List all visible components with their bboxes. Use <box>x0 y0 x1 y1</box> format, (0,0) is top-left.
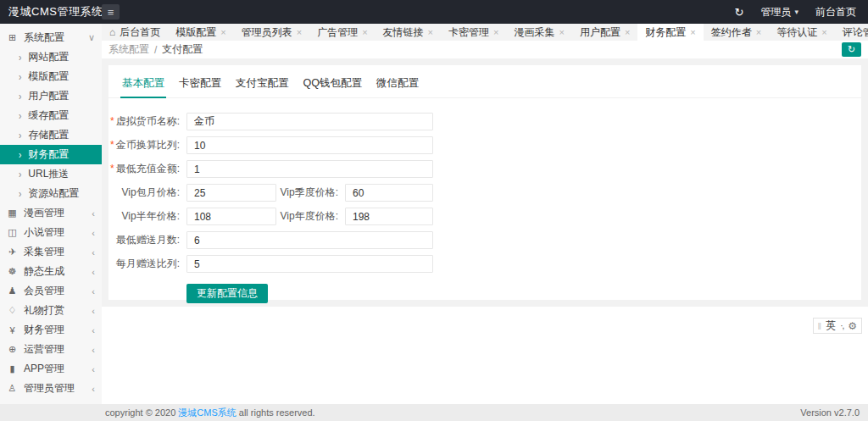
chevron-left-icon: ‹ <box>92 384 95 394</box>
field-label: Vip季度价格: <box>276 186 345 200</box>
tab-alipay-config[interactable]: 支付宝配置 <box>234 73 291 97</box>
copyright-text: copyright © 2020漫城CMS系统all rights reserv… <box>105 407 315 419</box>
sidebar-item-resource-site-config[interactable]: › 资源站配置 <box>0 184 102 203</box>
book-icon: ◫ <box>7 227 18 238</box>
sidebar-item-user-config[interactable]: › 用户配置 <box>0 86 102 106</box>
sidebar-item-site-config[interactable]: › 网站配置 <box>0 47 102 67</box>
sidebar-item-url-push[interactable]: › URL推送 <box>0 164 102 184</box>
tab-wechat-config[interactable]: 微信配置 <box>375 73 420 97</box>
refresh-icon: ↻ <box>848 43 855 56</box>
cms-link[interactable]: 漫城CMS系统 <box>178 407 236 418</box>
chevron-right-icon: › <box>19 110 21 121</box>
sidebar-item-storage-config[interactable]: › 存储配置 <box>0 125 102 145</box>
required-asterisk: * <box>110 139 114 151</box>
close-icon[interactable]: × <box>362 27 367 37</box>
close-icon[interactable]: × <box>428 27 433 37</box>
required-asterisk: * <box>110 115 114 127</box>
tab-pending-auth[interactable]: 等待认证 × <box>769 24 834 41</box>
close-icon[interactable]: × <box>625 27 630 37</box>
form-row: 每月赠送比列: <box>108 255 861 273</box>
close-icon[interactable]: × <box>821 27 826 37</box>
ime-toolbar[interactable]: ‖ 英 ·, ⚙ <box>813 318 862 334</box>
monthly-gift-rate-input[interactable] <box>186 255 433 273</box>
update-config-button[interactable]: 更新配置信息 <box>186 284 268 303</box>
app-window: 漫城CMS管理系统 ≡ ↻ 管理员 ▾ 前台首页 ⊞ 系统配置 ∨ › 网站配置 <box>0 0 868 421</box>
tab-ad-manage[interactable]: 广告管理 × <box>309 24 375 41</box>
person-icon: ♟ <box>7 285 18 296</box>
content-background: 基本配置 卡密配置 支付宝配置 QQ钱包配置 微信配置 *虚拟货币名称: *金币… <box>102 59 868 307</box>
form-row: *虚拟货币名称: <box>108 113 861 130</box>
tab-card-key-manage[interactable]: 卡密管理 × <box>441 24 506 41</box>
tab-user-config[interactable]: 用户配置 × <box>572 24 637 41</box>
refresh-page-button[interactable]: ↻ <box>842 42 861 57</box>
home-icon: ⌂ <box>109 26 115 38</box>
sidebar-item-gift-reward[interactable]: ♢ 礼物打赏 ‹ <box>0 301 102 320</box>
field-label: *最低充值金额: <box>108 162 186 176</box>
tab-qq-wallet-config[interactable]: QQ钱包配置 <box>302 73 364 97</box>
diamond-icon: ♢ <box>7 305 18 316</box>
chevron-right-icon: › <box>19 169 21 180</box>
virtual-currency-name-input[interactable] <box>186 113 433 130</box>
vip-yearly-price-input[interactable] <box>345 208 433 225</box>
vip-monthly-price-input[interactable] <box>186 184 276 202</box>
tab-comic-collect[interactable]: 漫画采集 × <box>506 24 571 41</box>
close-icon[interactable]: × <box>220 27 225 37</box>
sidebar-item-app-manage[interactable]: ▮ APP管理 ‹ <box>0 359 102 379</box>
tab-basic-config[interactable]: 基本配置 <box>120 73 166 98</box>
header-actions: ↻ 管理员 ▾ 前台首页 <box>735 5 868 19</box>
field-label: Vip年度价格: <box>276 209 345 224</box>
min-recharge-amount-input[interactable] <box>186 160 433 178</box>
chevron-right-icon: › <box>19 71 21 82</box>
globe-icon: ⊕ <box>7 344 18 355</box>
tab-comment-manage[interactable]: 评论管理 × <box>835 24 868 41</box>
ime-punctuation-icon[interactable]: ·, <box>840 321 843 330</box>
form-row: Vip包月价格: Vip季度价格: <box>108 184 861 202</box>
sidebar-item-collect-manage[interactable]: ✈ 采集管理 ‹ <box>0 242 102 262</box>
top-header-bar: 漫城CMS管理系统 ≡ ↻ 管理员 ▾ 前台首页 <box>0 0 868 24</box>
sidebar-item-cache-config[interactable]: › 缓存配置 <box>0 106 102 125</box>
user-menu[interactable]: 管理员 ▾ <box>760 5 798 19</box>
form-row: Vip半年价格: Vip年度价格: <box>108 208 861 225</box>
tab-card-key-config[interactable]: 卡密配置 <box>177 73 223 97</box>
tab-friend-links[interactable]: 友情链接 × <box>376 24 441 41</box>
min-gift-months-input[interactable] <box>186 231 433 249</box>
close-icon[interactable]: × <box>690 27 695 37</box>
user-menu-label: 管理员 <box>760 5 791 19</box>
basic-config-form: *虚拟货币名称: *金币换算比列: *最低充值金额: Vip包月价格: <box>108 98 861 303</box>
hamburger-icon: ≡ <box>108 6 114 19</box>
sidebar-item-finance-manage[interactable]: ¥ 财务管理 ‹ <box>0 320 102 340</box>
sidebar-item-system-config[interactable]: ⊞ 系统配置 ∨ <box>0 28 102 47</box>
close-icon[interactable]: × <box>559 27 564 37</box>
tab-template-config[interactable]: 模版配置 × <box>168 24 233 41</box>
frontend-home-link[interactable]: 前台首页 <box>815 5 856 19</box>
sidebar-item-finance-config[interactable]: › 财务配置 <box>0 145 102 164</box>
sidebar-item-static-generate[interactable]: ☸ 静态生成 ‹ <box>0 262 102 281</box>
sidebar-item-member-manage[interactable]: ♟ 会员管理 ‹ <box>0 281 102 301</box>
sidebar-item-template-config[interactable]: › 模版配置 <box>0 67 102 86</box>
sidebar-item-comic-manage[interactable]: ▦ 漫画管理 ‹ <box>0 203 102 223</box>
grid-icon: ⊞ <box>7 32 18 43</box>
close-icon[interactable]: × <box>493 27 498 37</box>
required-asterisk: * <box>110 163 114 174</box>
gear-icon[interactable]: ⚙ <box>848 320 857 332</box>
ime-language-indicator[interactable]: 英 <box>826 319 836 333</box>
tab-signed-authors[interactable]: 签约作者 × <box>704 24 769 41</box>
coin-exchange-rate-input[interactable] <box>186 136 433 154</box>
sidebar-toggle-button[interactable]: ≡ <box>102 4 120 19</box>
tab-admin-list[interactable]: 管理员列表 × <box>234 24 309 41</box>
drag-handle-icon[interactable]: ‖ <box>818 321 822 331</box>
close-icon[interactable]: × <box>297 27 302 37</box>
sidebar-item-operation-manage[interactable]: ⊕ 运营管理 ‹ <box>0 340 102 359</box>
vip-quarterly-price-input[interactable] <box>345 184 433 202</box>
refresh-icon[interactable]: ↻ <box>735 6 744 19</box>
admin-person-icon: ♙ <box>7 383 18 394</box>
tab-home[interactable]: ⌂ 后台首页 <box>102 24 168 41</box>
chevron-right-icon: › <box>19 188 21 199</box>
chevron-left-icon: ‹ <box>92 364 95 374</box>
sidebar-item-novel-manage[interactable]: ◫ 小说管理 ‹ <box>0 223 102 242</box>
vip-half-year-price-input[interactable] <box>186 208 276 225</box>
content-column: ⌂ 后台首页 模版配置 × 管理员列表 × 广告管理 × 友情链接 × <box>102 24 868 404</box>
sidebar-item-admin-manage[interactable]: ♙ 管理员管理 ‹ <box>0 379 102 398</box>
tab-finance-config[interactable]: 财务配置 × <box>637 24 703 41</box>
close-icon[interactable]: × <box>756 27 761 37</box>
